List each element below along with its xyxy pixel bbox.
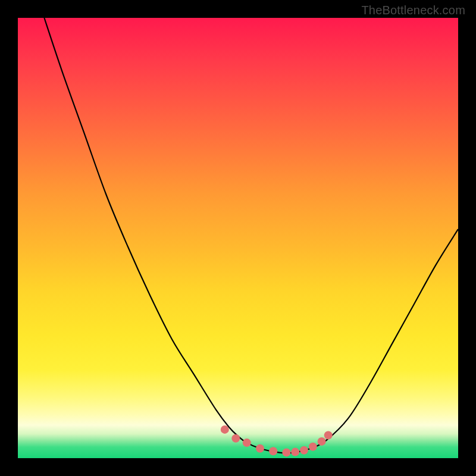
curve-marker <box>269 447 277 455</box>
curve-marker <box>324 431 333 440</box>
curve-marker <box>243 439 251 447</box>
chart-frame: TheBottleneck.com <box>0 0 476 476</box>
curve-marker <box>318 437 326 446</box>
curve-svg <box>18 18 458 458</box>
watermark-text: TheBottleneck.com <box>361 4 465 17</box>
curve-marker <box>231 434 240 443</box>
curve-marker <box>221 425 229 434</box>
curve-marker <box>291 448 299 456</box>
curve-marker <box>300 446 308 455</box>
curve-marker <box>282 448 290 456</box>
bottleneck-curve <box>44 18 458 453</box>
marker-group <box>221 425 333 457</box>
curve-marker <box>256 444 264 453</box>
plot-area <box>18 18 458 458</box>
curve-marker <box>309 443 317 451</box>
